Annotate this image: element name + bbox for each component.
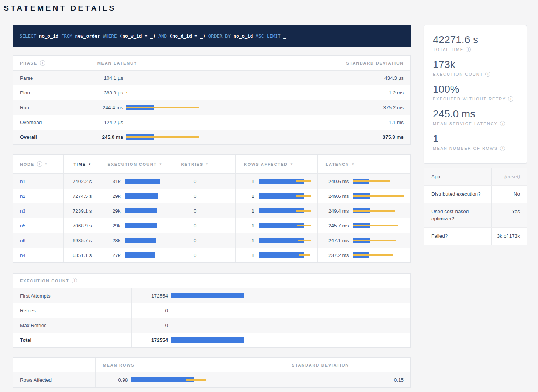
stat-label: MEAN SERVICE LATENCYi xyxy=(433,121,518,126)
attribute-label: App xyxy=(424,168,491,185)
sql-token: ORDER BY xyxy=(208,33,231,39)
attribute-row-app: App (unset) xyxy=(424,168,527,186)
time-value: 6935.7 s xyxy=(63,233,100,248)
page-title: STATEMENT DETAILS xyxy=(4,4,527,13)
sql-token: AND xyxy=(158,33,167,39)
latency-column-header[interactable]: LATENCY▼ xyxy=(317,155,411,173)
mean-latency-value: 245.0 ms xyxy=(97,134,123,140)
rows-affected-label: Rows Affected xyxy=(13,372,95,387)
exec-row-retries: Retries 0 xyxy=(13,303,410,318)
exec-row-first-attempts: First Attempts 172554 xyxy=(13,288,410,303)
phase-row-run: Run 244.4 ms 375.2 ms xyxy=(13,100,410,115)
retries-value: 0 xyxy=(176,189,235,203)
rows-affected-value: 1 xyxy=(240,223,254,228)
rows-affected-column-header[interactable]: ROWS AFFECTED▼ xyxy=(235,155,317,173)
phase-label: Run xyxy=(13,100,89,115)
time-value: 7274.5 s xyxy=(63,189,100,203)
rows-affected-value: 1 xyxy=(240,208,254,214)
execution-count-value: 29k xyxy=(105,193,121,199)
empty-header-cell xyxy=(13,358,95,372)
node-row: n3 7239.1 s 29k 0 1 249.4 ms xyxy=(13,203,410,218)
sort-down-icon[interactable]: ▼ xyxy=(159,162,163,166)
retries-value: 0 xyxy=(176,203,235,218)
attribute-value: 3k of 173k xyxy=(491,228,527,245)
rows-affected-table: MEAN ROWS STANDARD DEVIATION Rows Affect… xyxy=(13,357,411,388)
node-link[interactable]: n2 xyxy=(20,193,25,199)
stddev-value: 375.2 ms xyxy=(282,100,410,115)
exec-count-value: 0 xyxy=(135,308,168,313)
sort-down-icon[interactable]: ▼ xyxy=(351,162,355,166)
summary-stats-card: 42271.6 s TOTAL TIMEi 173k EXECUTION COU… xyxy=(424,25,527,164)
sql-token: SELECT xyxy=(20,33,36,39)
sql-token: no_o_id xyxy=(39,33,59,39)
mean-rows-value: 0.98 xyxy=(99,377,128,383)
time-value: 7068.9 s xyxy=(63,218,100,233)
latency-value: 247.1 ms xyxy=(322,238,349,243)
node-link[interactable]: n3 xyxy=(20,208,25,214)
sql-token: new_order xyxy=(75,33,100,39)
phase-column-header: PHASEi xyxy=(13,56,89,70)
statement-details-page: STATEMENT DETAILS SELECT no_o_id FROM ne… xyxy=(0,0,538,392)
mean-latency-value: 383.9 µs xyxy=(97,90,123,96)
info-icon[interactable]: i xyxy=(500,146,505,151)
sort-down-icon[interactable]: ▼ xyxy=(88,162,92,166)
stat-value: 42271.6 s xyxy=(433,34,518,46)
exec-row-label: Retries xyxy=(13,303,131,318)
stat-label: TOTAL TIMEi xyxy=(433,47,518,52)
attribute-value: (unset) xyxy=(491,168,527,185)
retries-value: 0 xyxy=(176,248,235,262)
rows-affected-value: 1 xyxy=(240,238,254,243)
node-link[interactable]: n1 xyxy=(20,179,25,184)
attribute-row-failed: Failed? 3k of 173k xyxy=(424,228,527,245)
node-column-header[interactable]: NODEi▼ xyxy=(13,155,63,173)
node-link[interactable]: n5 xyxy=(20,223,25,228)
execution-count-value: 29k xyxy=(105,223,121,228)
node-row: n2 7274.5 s 29k 0 1 249.6 ms xyxy=(13,189,410,203)
info-icon[interactable]: i xyxy=(37,161,42,167)
attribute-label: Failed? xyxy=(424,228,491,245)
retries-value: 0 xyxy=(176,233,235,248)
info-icon[interactable]: i xyxy=(500,121,505,126)
node-link[interactable]: n6 xyxy=(20,238,25,243)
stat-value: 173k xyxy=(433,58,518,71)
phase-row-plan: Plan 383.9 µs 1.2 ms xyxy=(13,85,410,100)
execution-count-value: 29k xyxy=(105,208,121,214)
latency-value: 240.6 ms xyxy=(322,179,349,184)
stat-total-time: 42271.6 s TOTAL TIMEi xyxy=(433,34,518,52)
phase-label: Parse xyxy=(13,71,89,85)
phase-row-overall: Overall 245.0 ms 375.3 ms xyxy=(13,130,410,144)
sql-token: no_o_id xyxy=(234,33,253,39)
info-icon[interactable]: i xyxy=(466,47,471,52)
stat-value: 1 xyxy=(433,133,518,145)
info-icon[interactable]: i xyxy=(485,72,490,77)
info-icon[interactable]: i xyxy=(508,96,513,102)
info-icon[interactable]: i xyxy=(40,60,45,66)
sort-down-icon[interactable]: ▼ xyxy=(290,162,294,166)
sql-token: ASC LIMIT xyxy=(256,33,281,39)
sql-token: (no_w_id = _) xyxy=(120,33,156,39)
stat-executed-without-retry: 100% EXECUTED WITHOUT RETRYi xyxy=(433,83,518,102)
standard-deviation-column-header: STANDARD DEVIATION xyxy=(282,56,410,70)
time-column-header[interactable]: TIME▼ xyxy=(63,155,100,173)
retries-column-header[interactable]: RETRIES▼ xyxy=(176,155,235,173)
stat-value: 100% xyxy=(433,83,518,96)
phase-label: Overhead xyxy=(13,115,89,130)
mean-rows-column-header: MEAN ROWS xyxy=(95,358,284,372)
attribute-value: No xyxy=(491,186,527,203)
sort-down-icon[interactable]: ▼ xyxy=(206,162,209,166)
attribute-value: Yes xyxy=(491,203,527,227)
attribute-label: Distributed execution? xyxy=(424,186,491,203)
node-link[interactable]: n4 xyxy=(20,252,25,258)
info-icon[interactable]: i xyxy=(72,278,77,283)
retries-value: 0 xyxy=(176,174,235,189)
standard-deviation-column-header: STANDARD DEVIATION xyxy=(284,358,410,372)
execution-count-section-header: EXECUTION COUNTi xyxy=(13,274,131,288)
attribute-row-distributed-execution: Distributed execution? No xyxy=(424,186,527,203)
sort-down-icon[interactable]: ▼ xyxy=(45,162,48,166)
stddev-value: 0.15 xyxy=(284,372,410,387)
stat-label: EXECUTED WITHOUT RETRYi xyxy=(433,96,518,102)
execution-count-column-header[interactable]: EXECUTION COUNT▼ xyxy=(100,155,176,173)
node-row: n1 7402.2 s 31k 0 1 240.6 ms xyxy=(13,174,410,189)
sql-token: _ xyxy=(283,33,286,39)
latency-value: 249.4 ms xyxy=(322,208,349,214)
